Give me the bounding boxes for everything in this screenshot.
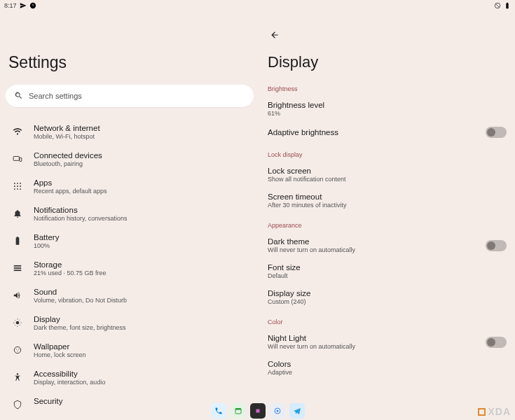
svg-rect-13 [14,265,22,267]
svg-rect-2 [13,157,19,161]
accessibility-icon [11,371,24,384]
detail-title: Display [268,53,508,71]
send-icon [20,2,27,9]
row-subtitle: Adaptive [268,369,292,376]
sidebar-item-storage[interactable]: Storage21% used · 50.75 GB free [6,255,254,282]
storage-icon [11,262,24,274]
svg-point-26 [276,410,278,412]
svg-point-16 [16,321,20,325]
svg-point-20 [17,351,18,351]
row-title: Brightness level [268,101,324,109]
toggle-switch[interactable] [486,127,507,138]
sidebar-item-network-internet[interactable]: Network & internetMobile, Wi-Fi, hotspot [6,118,254,146]
taskbar-app-telegram[interactable] [289,403,305,419]
sidebar-item-subtitle: Home, lock screen [34,351,86,358]
page-title: Settings [8,53,254,72]
setting-row-screen-timeout[interactable]: Screen timeoutAfter 30 minutes of inacti… [268,189,508,215]
wifi-icon [11,125,24,138]
svg-point-9 [20,186,21,187]
timer-icon [29,2,36,9]
search-settings[interactable] [6,85,254,107]
svg-rect-24 [256,410,259,413]
search-input[interactable] [29,92,245,100]
sidebar-item-label: Notifications [34,206,127,214]
svg-point-12 [20,188,21,190]
battery-icon [11,234,24,247]
row-title: Lock screen [268,167,346,175]
sidebar-item-wallpaper[interactable]: WallpaperHome, lock screen [6,337,254,364]
watermark-text: XDA [488,406,511,417]
sidebar-item-label: Display [34,315,126,323]
row-subtitle: Default [268,272,301,279]
sidebar-item-subtitle: Display, interaction, audio [34,379,105,386]
sidebar-item-label: Network & internet [34,124,100,132]
setting-row-font-size[interactable]: Font sizeDefault [268,260,508,286]
sidebar-item-label: Apps [34,178,107,187]
sidebar-item-notifications[interactable]: NotificationsNotification history, conve… [6,200,254,227]
taskbar-app-calendar[interactable] [231,403,246,419]
setting-row-adaptive-brightness[interactable]: Adaptive brightness [268,123,508,144]
svg-point-21 [17,373,18,374]
svg-point-18 [16,349,17,349]
sidebar-item-subtitle: 21% used · 50.75 GB free [34,270,107,276]
row-subtitle: Will never turn on automatically [268,343,355,350]
sound-icon [11,289,24,302]
toggle-switch[interactable] [486,337,507,348]
back-button[interactable] [268,28,282,42]
sidebar-item-label: Accessibility [34,370,105,378]
sidebar-item-apps[interactable]: AppsRecent apps, default apps [6,173,254,200]
section-label: Brightness [268,85,508,92]
section-label: Color [268,318,508,326]
display-right-pane: Display BrightnessBrightness level61%Ada… [259,11,515,400]
svg-point-5 [17,183,18,184]
svg-point-4 [14,183,15,184]
display-icon [11,316,24,329]
sidebar-item-accessibility[interactable]: AccessibilityDisplay, interaction, audio [6,364,254,391]
svg-point-19 [18,349,19,349]
row-title: Display size [268,289,310,298]
row-title: Screen timeout [268,192,347,201]
svg-point-8 [17,186,18,187]
sidebar-item-battery[interactable]: Battery100% [6,227,254,255]
taskbar-app-ide[interactable] [250,403,266,419]
setting-row-night-light[interactable]: Night LightWill never turn on automatica… [268,330,508,356]
statusbar-time: 8:17 [4,2,17,9]
settings-left-pane: Settings Network & internetMobile, Wi-Fi… [0,11,259,400]
apps-icon [11,180,24,192]
sidebar-item-label: Storage [34,260,107,269]
sidebar-item-sound[interactable]: SoundVolume, vibration, Do Not Disturb [6,282,254,309]
toggle-switch[interactable] [486,240,507,251]
row-title: Dark theme [268,237,355,246]
sidebar-item-subtitle: Bluetooth, pairing [34,160,102,167]
sidebar-item-label: Connected devices [34,151,102,160]
sidebar-item-connected-devices[interactable]: Connected devicesBluetooth, pairing [6,146,254,173]
do-not-disturb-icon [494,2,501,9]
setting-row-brightness-level[interactable]: Brightness level61% [268,97,508,123]
svg-rect-14 [14,267,22,269]
setting-row-display-size[interactable]: Display sizeCustom (240) [268,286,508,312]
taskbar [211,403,305,419]
setting-row-lock-screen[interactable]: Lock screenShow all notification content [268,163,508,189]
sidebar-item-label: Battery [34,233,59,241]
row-title: Font size [268,263,301,272]
wallpaper-icon [11,344,24,356]
notifications-icon [11,207,24,220]
svg-point-11 [17,188,18,190]
row-subtitle: After 30 minutes of inactivity [268,202,347,209]
row-subtitle: 61% [268,110,324,117]
svg-rect-23 [235,409,241,410]
taskbar-app-chrome[interactable] [270,403,285,419]
row-subtitle: Show all notification content [268,176,346,183]
taskbar-app-phone[interactable] [211,403,226,419]
sidebar-item-display[interactable]: DisplayDark theme, font size, brightness [6,309,254,337]
watermark: XDA [478,406,511,417]
svg-rect-15 [14,270,22,271]
battery-icon [504,2,511,9]
setting-row-colors[interactable]: ColorsAdaptive [268,356,508,382]
setting-row-dark-theme[interactable]: Dark themeWill never turn on automatical… [268,234,508,260]
row-title: Adaptive brightness [268,128,338,136]
row-subtitle: Will never turn on automatically [268,246,355,253]
watermark-logo-icon [478,408,486,416]
sidebar-item-subtitle: Recent apps, default apps [34,188,107,195]
svg-rect-3 [20,158,22,161]
